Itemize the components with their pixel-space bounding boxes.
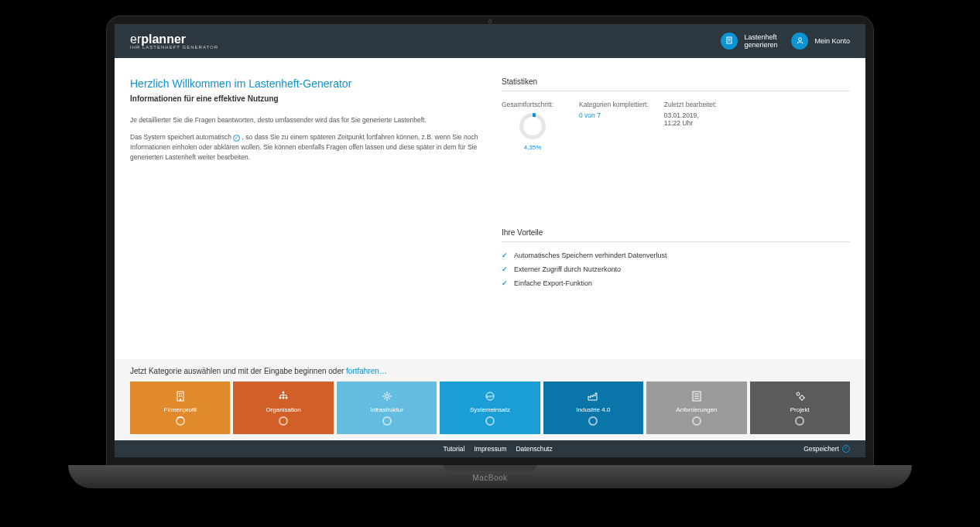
cat-label: Systemeinsatz bbox=[470, 406, 510, 413]
progress-ring-icon bbox=[176, 416, 185, 426]
category-infrastruktur[interactable]: Infrastruktur bbox=[337, 382, 437, 434]
app-screen: erplanner IHR LASTENHEFT GENERATOR Laste… bbox=[115, 24, 865, 457]
svg-rect-10 bbox=[180, 399, 181, 401]
network-icon bbox=[381, 389, 393, 403]
footer-link-datenschutz[interactable]: Datenschutz bbox=[516, 445, 552, 453]
cat-label: Infrastruktur bbox=[370, 406, 403, 413]
project-gear-icon bbox=[793, 389, 806, 403]
edited-time: 11:22 Uhr bbox=[664, 119, 726, 127]
logo[interactable]: erplanner IHR LASTENHEFT GENERATOR bbox=[130, 33, 218, 50]
category-organisation[interactable]: Organisation bbox=[233, 382, 333, 434]
check-icon: ✓ bbox=[502, 279, 508, 287]
svg-point-14 bbox=[286, 397, 288, 399]
svg-line-28 bbox=[384, 398, 385, 399]
benefit-text: Automatisches Speichern verhindert Daten… bbox=[514, 252, 667, 259]
svg-point-13 bbox=[283, 397, 285, 399]
saved-indicator: Gespeichert bbox=[804, 445, 850, 453]
erp-gear-icon: ERP bbox=[483, 389, 497, 403]
benefits-section: Ihre Vorteile ✓ Automatisches Speichern … bbox=[502, 228, 850, 287]
welcome-column: Herzlich Willkommen im Lastenheft-Genera… bbox=[130, 77, 478, 359]
stat-edited: Zuletzt bearbeitet: 03.01.2019, 11:22 Uh… bbox=[664, 101, 726, 151]
svg-rect-8 bbox=[179, 395, 180, 397]
svg-rect-0 bbox=[727, 37, 732, 43]
edited-date: 03.01.2019, bbox=[664, 111, 726, 119]
cat-label: Anforderungen bbox=[676, 406, 717, 413]
generate-line2: generieren bbox=[744, 41, 777, 49]
svg-point-35 bbox=[797, 392, 800, 395]
page-title: Herzlich Willkommen im Lastenheft-Genera… bbox=[130, 77, 478, 90]
account-button[interactable]: Mein Konto bbox=[791, 33, 850, 50]
footer-link-tutorial[interactable]: Tutorial bbox=[443, 445, 464, 453]
completed-value[interactable]: 0 von 7 bbox=[579, 111, 649, 119]
svg-line-26 bbox=[389, 398, 390, 399]
benefits-title: Ihre Vorteile bbox=[502, 228, 850, 242]
svg-rect-6 bbox=[179, 393, 180, 395]
cat-label: Organisation bbox=[266, 406, 300, 413]
edited-label: Zuletzt bearbeitet: bbox=[664, 101, 726, 108]
progress-ring-icon bbox=[692, 416, 701, 426]
benefit-item: ✓ Automatisches Speichern verhindert Dat… bbox=[502, 252, 850, 259]
building-icon bbox=[174, 389, 187, 403]
stats-title: Statistiken bbox=[502, 77, 850, 91]
benefit-item: ✓ Externer Zugriff durch Nutzerkonto bbox=[502, 265, 850, 273]
autosave-icon bbox=[233, 135, 240, 142]
p2-text-a: Das System speichert automatisch bbox=[130, 133, 233, 141]
progress-label: Gesamtfortschritt: bbox=[502, 101, 564, 108]
screen-frame: erplanner IHR LASTENHEFT GENERATOR Laste… bbox=[107, 16, 873, 465]
laptop-mockup: erplanner IHR LASTENHEFT GENERATOR Laste… bbox=[107, 16, 873, 512]
svg-point-11 bbox=[283, 392, 285, 394]
progress-chart: 4,35% bbox=[502, 113, 564, 151]
category-systemeinsatz[interactable]: ERP Systemeinsatz bbox=[440, 382, 540, 434]
svg-line-27 bbox=[389, 393, 390, 395]
logo-tagline: IHR LASTENHEFT GENERATOR bbox=[130, 45, 218, 50]
generate-button[interactable]: Lastenheft generieren bbox=[721, 33, 777, 50]
generate-line1: Lastenheft bbox=[744, 33, 776, 41]
svg-rect-7 bbox=[180, 393, 182, 395]
stats-column: Statistiken Gesamtfortschritt: 4,35% Ka bbox=[502, 77, 850, 359]
saved-check-icon bbox=[842, 445, 850, 453]
intro-paragraph-1: Je detaillierter Sie die Fragen beantwor… bbox=[130, 115, 478, 125]
logo-prefix: er bbox=[130, 33, 141, 46]
svg-point-20 bbox=[385, 395, 389, 398]
factory-icon bbox=[587, 389, 599, 403]
completed-label: Kategorien komplettiert: bbox=[579, 101, 649, 108]
benefit-text: Externer Zugriff durch Nutzerkonto bbox=[514, 265, 621, 273]
category-firmenprofil[interactable]: Firmenprofil bbox=[130, 382, 230, 434]
main-columns: Herzlich Willkommen im Lastenheft-Genera… bbox=[115, 58, 865, 359]
progress-ring-icon bbox=[588, 416, 598, 426]
user-icon bbox=[791, 33, 808, 50]
footer-links: Tutorial Impressum Datenschutz bbox=[443, 445, 552, 453]
category-anforderungen[interactable]: Anforderungen bbox=[646, 382, 746, 434]
cat-label: Industrie 4.0 bbox=[576, 406, 610, 413]
stats-row: Gesamtfortschritt: 4,35% Kategorien komp… bbox=[502, 101, 850, 151]
device-brand: MacBook bbox=[472, 474, 507, 482]
footer-link-impressum[interactable]: Impressum bbox=[474, 445, 506, 453]
saved-label: Gespeichert bbox=[804, 445, 839, 453]
svg-point-36 bbox=[800, 396, 804, 400]
app-header: erplanner IHR LASTENHEFT GENERATOR Laste… bbox=[115, 24, 865, 58]
header-actions: Lastenheft generieren Mein Konto bbox=[721, 33, 850, 50]
progress-ring-icon bbox=[795, 416, 804, 426]
checklist-icon bbox=[690, 389, 703, 403]
account-label: Mein Konto bbox=[814, 37, 850, 45]
category-projekt[interactable]: Projekt bbox=[750, 382, 850, 434]
svg-line-25 bbox=[384, 393, 385, 395]
donut-icon bbox=[519, 113, 546, 139]
document-icon bbox=[721, 33, 738, 50]
app-footer: Tutorial Impressum Datenschutz Gespeiche… bbox=[115, 440, 865, 457]
progress-ring-icon bbox=[382, 416, 392, 426]
intro-paragraph-2: Das System speichert automatisch , so da… bbox=[130, 132, 478, 162]
page-subtitle: Informationen für eine effektive Nutzung bbox=[130, 94, 478, 103]
benefit-text: Einfache Export-Funktion bbox=[514, 279, 592, 287]
category-prompt: Jetzt Kategorie auswählen und mit der Ei… bbox=[130, 367, 850, 375]
category-industrie40[interactable]: Industrie 4.0 bbox=[543, 382, 643, 434]
logo-suffix: planner bbox=[141, 33, 186, 46]
generate-label: Lastenheft generieren bbox=[744, 33, 777, 49]
cat-label: Firmenprofil bbox=[164, 406, 197, 413]
stat-completed: Kategorien komplettiert: 0 von 7 bbox=[579, 101, 649, 151]
camera-dot bbox=[488, 19, 492, 23]
continue-link[interactable]: fortfahren… bbox=[346, 367, 387, 375]
benefit-item: ✓ Einfache Export-Funktion bbox=[502, 279, 850, 287]
progress-ring-icon bbox=[279, 416, 288, 426]
category-selector: Jetzt Kategorie auswählen und mit der Ei… bbox=[115, 359, 865, 440]
